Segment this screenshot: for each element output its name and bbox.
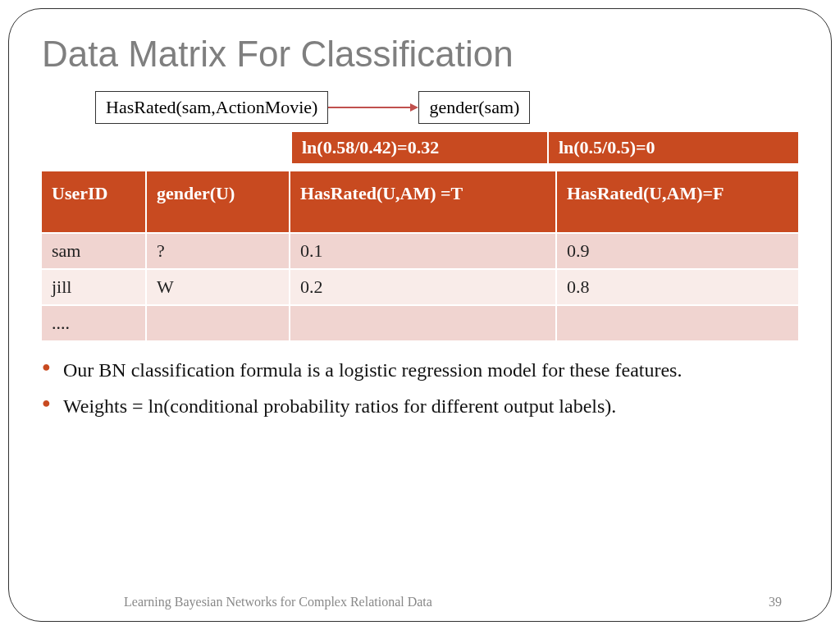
cell-gender: ? (147, 234, 290, 268)
page-number: 39 (769, 595, 782, 609)
bullet-item: Our BN classification formula is a logis… (42, 357, 798, 383)
diagram-source-box: HasRated(sam,ActionMovie) (95, 91, 328, 124)
cell-hasrated-f: 0.9 (557, 234, 798, 268)
slide-title: Data Matrix For Classification (42, 34, 798, 75)
cell-userid: sam (42, 234, 147, 268)
col-header-gender: gender(U) (147, 171, 290, 232)
cell-hasrated-f: 0.8 (557, 270, 798, 304)
bullet-list: Our BN classification formula is a logis… (42, 357, 798, 420)
cell-hasrated-t: 0.1 (290, 234, 557, 268)
col-header-hasrated-f: HasRated(U,AM)=F (557, 171, 798, 232)
formula-strip: ln(0.58/0.42)=0.32 ln(0.5/0.5)=0 (292, 132, 798, 163)
cell-hasrated-t: 0.2 (290, 270, 557, 304)
formula-left: ln(0.58/0.42)=0.32 (292, 132, 549, 163)
cell-hasrated-t (290, 306, 557, 340)
footer-source: Learning Bayesian Networks for Complex R… (124, 595, 432, 609)
col-header-hasrated-t: HasRated(U,AM) =T (290, 171, 557, 232)
cell-gender (147, 306, 290, 340)
diagram-target-box: gender(sam) (418, 91, 530, 124)
bullet-item: Weights = ln(conditional probability rat… (42, 393, 798, 419)
col-header-userid: UserID (42, 171, 147, 232)
table-row: jill W 0.2 0.8 (42, 270, 798, 304)
formula-right: ln(0.5/0.5)=0 (549, 132, 798, 163)
slide-frame: Data Matrix For Classification HasRated(… (8, 8, 832, 622)
arrow-icon (328, 95, 418, 120)
slide-footer: Learning Bayesian Networks for Complex R… (9, 595, 831, 609)
cell-gender: W (147, 270, 290, 304)
table-row: sam ? 0.1 0.9 (42, 234, 798, 268)
data-matrix-table: UserID gender(U) HasRated(U,AM) =T HasRa… (42, 170, 798, 342)
cell-userid: .... (42, 306, 147, 340)
cell-hasrated-f (557, 306, 798, 340)
cell-userid: jill (42, 270, 147, 304)
table-header-row: UserID gender(U) HasRated(U,AM) =T HasRa… (42, 171, 798, 232)
table-row: .... (42, 306, 798, 340)
relation-diagram: HasRated(sam,ActionMovie) gender(sam) (95, 91, 798, 124)
